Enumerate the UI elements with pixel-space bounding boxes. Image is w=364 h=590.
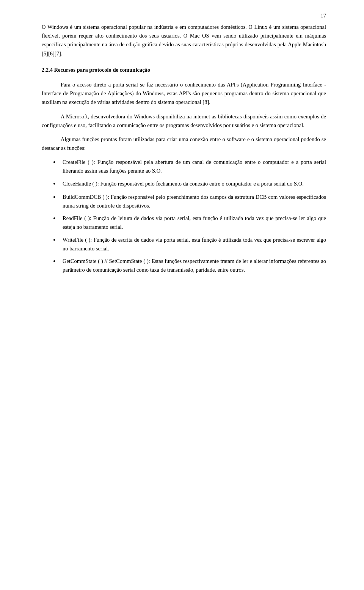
section-heading-224: 2.2.4 Recursos para protocolo de comunic… — [42, 66, 326, 74]
bullet-text: ReadFile ( ): Função de leitura de dados… — [63, 214, 326, 231]
list-item: • CloseHandle ( ): Função responsável pe… — [53, 179, 326, 189]
paragraph-3: A Microsoft, desenvolvedora do Windows d… — [42, 112, 326, 130]
bullet-dot: • — [53, 236, 61, 245]
list-item: • GetCommState ( ) // SetCommState ( ): … — [53, 257, 326, 274]
bullet-dot: • — [53, 257, 61, 266]
list-item: • WriteFile ( ): Função de escrita de da… — [53, 236, 326, 253]
bullet-dot: • — [53, 179, 61, 189]
bullet-text: GetCommState ( ) // SetCommState ( ): Es… — [63, 257, 326, 274]
bullet-text: CloseHandle ( ): Função responsável pelo… — [63, 179, 326, 188]
list-item: • CreateFile ( ): Função responsável pel… — [53, 158, 326, 175]
list-item: • BuildCommDCB ( ): Função responsável p… — [53, 193, 326, 210]
bullet-list: • CreateFile ( ): Função responsável pel… — [53, 158, 326, 274]
paragraph-2: Para o acesso direto a porta serial se f… — [42, 80, 326, 107]
bullet-dot: • — [53, 158, 61, 167]
page: 17 O Windows é um sistema operacional po… — [0, 0, 364, 590]
paragraph-4: Algumas funções prontas foram utilizadas… — [42, 135, 326, 153]
paragraph-1: O Windows é um sistema operacional popul… — [42, 23, 326, 58]
bullet-dot: • — [53, 214, 61, 223]
page-number: 17 — [321, 11, 326, 20]
bullet-text: BuildCommDCB ( ): Função responsável pel… — [63, 193, 326, 210]
bullet-text: WriteFile ( ): Função de escrita de dado… — [63, 236, 326, 253]
bullet-dot: • — [53, 193, 61, 202]
list-item: • ReadFile ( ): Função de leitura de dad… — [53, 214, 326, 231]
bullet-text: CreateFile ( ): Função responsável pela … — [63, 158, 326, 175]
